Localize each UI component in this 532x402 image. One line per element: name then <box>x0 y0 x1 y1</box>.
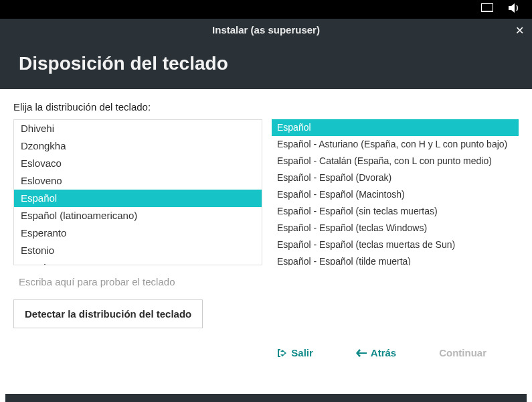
list-item[interactable]: Español (latinoamericano) <box>14 207 262 224</box>
bottom-strip <box>5 394 527 402</box>
volume-icon <box>508 3 520 16</box>
list-item[interactable]: Español - Español (Macintosh) <box>272 186 519 203</box>
close-icon[interactable]: ✕ <box>515 24 524 37</box>
list-item[interactable]: Dzongkha <box>14 137 262 155</box>
list-item[interactable]: Esloveno <box>14 172 262 190</box>
back-button[interactable]: Atrás <box>356 347 396 358</box>
list-item[interactable]: Español <box>14 190 262 207</box>
exit-icon <box>276 348 287 358</box>
list-item[interactable]: Español <box>272 119 519 136</box>
list-item[interactable]: Español - Español (sin teclas muertas) <box>272 203 519 220</box>
continue-label: Continuar <box>439 347 486 358</box>
list-item[interactable]: Español - Español (teclas Windows) <box>272 220 519 237</box>
variant-list[interactable]: EspañolEspañol - Asturiano (España, con … <box>272 119 519 265</box>
detect-layout-button[interactable]: Detectar la distribución del teclado <box>13 299 203 328</box>
prompt-text: Elija la distribución del teclado: <box>13 101 519 113</box>
exit-button[interactable]: Salir <box>276 347 313 358</box>
layout-list[interactable]: DhivehiDzongkhaEslovacoEslovenoEspañolEs… <box>13 119 262 265</box>
list-item[interactable]: Estonio <box>14 242 262 259</box>
window-title: Instalar (as superuser) <box>0 19 532 36</box>
list-item[interactable]: Español - Catalán (España, con L con pun… <box>272 153 519 170</box>
display-icon <box>481 3 493 15</box>
exit-label: Salir <box>291 347 313 358</box>
page-title: Disposición del teclado <box>0 36 532 74</box>
svg-rect-0 <box>481 3 493 11</box>
list-item[interactable]: Español - Español (tilde muerta) <box>272 253 519 265</box>
continue-button[interactable]: Continuar <box>439 347 486 358</box>
back-label: Atrás <box>371 347 396 358</box>
list-item[interactable]: Esperanto <box>14 224 262 242</box>
list-item[interactable]: Faroés <box>14 259 262 265</box>
list-item[interactable]: Dhivehi <box>14 120 262 137</box>
list-item[interactable]: Español - Español (Dvorak) <box>272 170 519 186</box>
list-item[interactable]: Español - Asturiano (España, con H y L c… <box>272 136 519 153</box>
test-keyboard-input[interactable] <box>13 265 519 297</box>
arrow-left-icon <box>356 349 367 357</box>
list-item[interactable]: Eslovaco <box>14 155 262 172</box>
list-item[interactable]: Español - Español (teclas muertas de Sun… <box>272 237 519 253</box>
